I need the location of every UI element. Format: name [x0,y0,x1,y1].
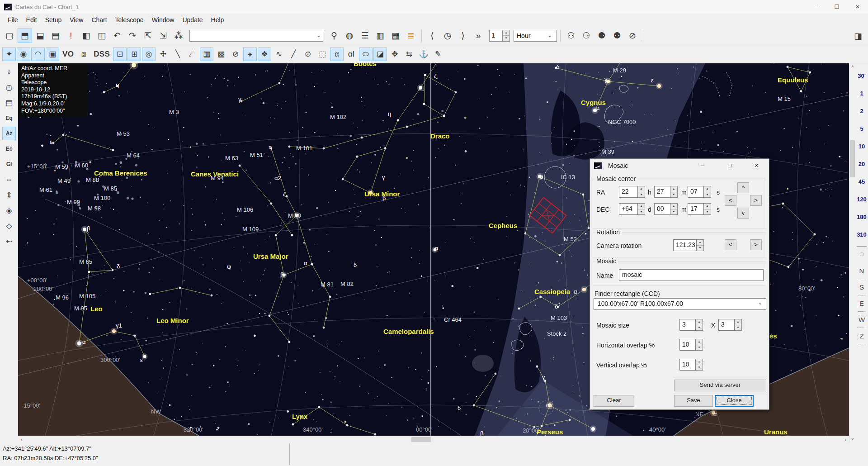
menu-telescope[interactable]: Telescope [111,14,148,25]
object-list-button[interactable]: ☰ [358,29,372,43]
ra-minutes-spinner[interactable]: ▲▼ [670,186,678,198]
send-via-server-button[interactable]: Send via server [674,380,766,391]
mosaic-name-input[interactable]: mosaic [619,269,764,281]
menu-edit[interactable]: Edit [22,14,41,25]
constellation-figures-button[interactable]: ❖ [258,48,271,61]
direction-z-button[interactable]: Z [858,328,865,344]
undo-button[interactable]: ↶ [110,29,124,43]
coord-altaz-button[interactable]: Az [2,127,16,140]
object-search-combobox[interactable]: ⌄ [189,30,323,42]
milky-way-button[interactable]: ∿ [272,48,286,61]
dec-seconds-spinner[interactable]: ▲▼ [704,203,711,215]
coord-equatorial-button[interactable]: Eq [2,111,16,125]
save-button[interactable]: Save [674,395,713,407]
finder-rectangle-button[interactable]: ⬚ [316,48,329,61]
direction-e-button[interactable]: E [858,295,865,312]
select-stars-button[interactable]: ⁂ [171,29,186,43]
telescope-slew-button[interactable]: ⚈ [594,29,609,43]
rotate-right-button[interactable]: > [750,239,762,250]
scroll-left-icon[interactable]: ‹ [18,436,25,443]
show-horizon-button[interactable]: ◠ [31,48,45,61]
add-image-button[interactable]: ⊞ [127,48,141,61]
show-nebulae-button[interactable]: ◎ [142,48,156,61]
chart-info-button[interactable]: ▤ [2,96,16,109]
telescope-panel-button[interactable]: ⚇ [564,29,578,43]
time-step-spinner[interactable]: ▲▼ [503,30,510,42]
step-forward-button[interactable]: ⟩ [456,29,470,43]
fill-marker-button[interactable]: ◪ [373,48,387,61]
search-button[interactable]: ⚲ [327,29,341,43]
lock-chart-button[interactable]: ⚓ [417,48,430,61]
redo-button[interactable]: ↷ [125,29,140,43]
fov-5-button[interactable]: 5 [860,120,863,138]
open-chart-button[interactable]: ⬒ [18,29,32,43]
scroll-up-icon[interactable]: ˄ [849,63,856,70]
time-unit-select[interactable]: Hour ⌄ [514,30,557,42]
zoom-in-window-button[interactable]: ⇱ [141,29,155,43]
catalog-settings-button[interactable]: ⧈ [77,48,90,61]
flip-chart-button[interactable]: ⇆ [402,48,416,61]
previous-view-button[interactable]: ⇠ [2,234,16,248]
finder-rectangle-select[interactable]: 100.00'x67.00' R100.00x67.00 ⌄ [594,298,766,310]
fov-narrower-button[interactable]: ◇ [2,219,16,233]
telescope-connect-button[interactable]: ⚆ [579,29,594,43]
eyepiece-edit-button[interactable]: ✎ [431,48,445,61]
nudge-up-button[interactable]: ^ [737,182,749,193]
tile-windows-button[interactable]: ◫ [94,29,109,43]
dialog-minimize-button[interactable]: ─ [693,159,712,172]
nudge-right-button[interactable]: > [750,195,762,206]
new-window-button[interactable]: ◧ [79,29,94,43]
circle-marker-button[interactable]: ⊙ [301,48,315,61]
show-comets-button[interactable]: ☄ [185,48,199,61]
time-step-input[interactable]: 1 [489,30,503,42]
compass-button[interactable]: ◌ [859,249,864,263]
fov-1-button[interactable]: 1 [860,85,863,102]
nudge-left-button[interactable]: < [725,195,736,206]
show-stars-button[interactable]: ✦ [2,48,16,61]
update-alert-button[interactable]: ! [64,29,78,43]
fov-120-button[interactable]: 120 [857,190,867,208]
text-labels-button[interactable]: αI [344,48,358,61]
camera-rotation-input[interactable]: 121.23 [673,239,697,251]
mosaic-size-x-spinner[interactable]: ▲▼ [696,319,703,331]
print-chart-button[interactable]: ▤ [48,29,63,43]
show-background-button[interactable]: ▣ [46,48,59,61]
minimize-button[interactable]: ─ [806,0,826,14]
close-button[interactable]: ✕ [847,0,868,14]
direction-n-button[interactable]: N [858,263,866,279]
vo-catalog-button[interactable]: VO [60,48,76,61]
ra-hours-input[interactable]: 22 [619,186,638,198]
constellation-lines-button[interactable]: ⚹ [243,48,257,61]
mosaic-size-y-spinner[interactable]: ▲▼ [735,319,742,331]
menu-chart[interactable]: Chart [87,14,111,25]
dialog-title-bar[interactable]: Mosaic ─ ☐ ✕ [590,159,769,172]
coord-galactic-button[interactable]: Gl [2,157,16,171]
flip-vertical-button[interactable]: ⇕ [2,188,16,202]
vertical-scrollbar[interactable]: ˄ ˅ [849,63,855,442]
dec-degrees-spinner[interactable]: ▲▼ [638,203,645,215]
side-panel-toggle-button[interactable]: ◨ [851,29,865,43]
show-meteors-button[interactable]: ╲ [171,48,184,61]
direction-s-button[interactable]: S [858,279,865,295]
show-planets-button[interactable]: ◉ [17,48,30,61]
save-chart-button[interactable]: ⬓ [33,29,47,43]
map-position-button[interactable]: ♁ [2,65,16,79]
dec-degrees-input[interactable]: +64 [619,203,638,215]
menu-help[interactable]: Help [207,14,228,25]
telescope-sync-button[interactable]: ⚉ [610,29,624,43]
dec-minutes-spinner[interactable]: ▲▼ [670,203,678,215]
dialog-maximize-button[interactable]: ☐ [720,159,740,172]
real-time-button[interactable]: ◷ [440,29,455,43]
maximize-button[interactable]: ☐ [826,0,847,14]
telescope-abort-button[interactable]: ⊘ [625,29,640,43]
rotate-left-button[interactable]: < [725,239,736,250]
ra-seconds-spinner[interactable]: ▲▼ [704,186,711,198]
fov-45-button[interactable]: 45 [859,173,865,190]
detailed-list-button[interactable]: ▥ [373,29,387,43]
camera-rotation-spinner[interactable]: ▲▼ [697,239,704,251]
calendar-button[interactable]: ▦ [388,29,403,43]
horizontal-overlap-input[interactable]: 10 [679,339,696,351]
dialog-close-button[interactable]: ✕ [746,159,766,172]
greek-labels-button[interactable]: α [330,48,344,61]
nudge-down-button[interactable]: v [737,208,749,219]
